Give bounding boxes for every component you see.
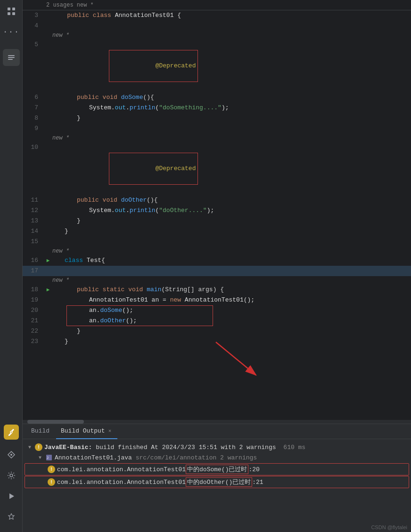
code-line-9: 9 [23,123,411,134]
build-warn-row-2[interactable]: ! com.lei.annotation.AnnotationTest01中的d… [25,476,409,488]
expand-icon-file[interactable]: ▼ [37,454,43,461]
code-line-15: 15 [23,237,411,247]
code-line-8: 8 } [23,113,411,123]
bottom-tabs: Build Build Output × [23,424,411,439]
svg-rect-5 [8,57,15,58]
build-warn-text: 2 warnings [220,454,257,461]
sidebar: ··· [0,0,23,532]
build-filename: AnnotationTest01.java [55,454,132,461]
code-line-6: 6 public void doSome(){ [23,92,411,103]
hscroll-thumb[interactable] [27,420,84,424]
svg-point-7 [10,431,12,433]
warn-1-line: :20 [248,466,259,473]
java-file-icon: J [45,454,53,461]
code-line-13: 13 } [23,216,411,226]
build-main-row[interactable]: ▼ ! JavaEE-Basic: build finished At 2024… [23,442,411,452]
scroll-icon[interactable] [3,49,20,66]
new-label-5: new * [23,31,411,40]
gear-icon[interactable] [4,468,19,483]
tool-icon[interactable] [4,425,19,440]
tab-build-output[interactable]: Build Output × [56,424,117,439]
build-warn-row-1[interactable]: ! com.lei.annotation.AnnotationTest01中的d… [25,463,409,475]
new-label-16: new * [23,247,411,255]
bottom-panel: Build Build Output × ▼ ! JavaEE-Basic: b… [23,424,411,532]
code-line-20: 20 an.doSome(); [23,305,411,316]
diamond-icon[interactable] [4,447,19,462]
code-line-16: 16 ▶ class Test{ [23,255,411,266]
svg-point-8 [10,454,12,456]
svg-line-12 [216,342,256,375]
tab-build[interactable]: Build [26,424,54,439]
code-line-5: 5 @Deprecated [23,40,411,92]
svg-rect-0 [8,8,10,10]
main-area: 2 usages new * 3 public class Annotation… [23,0,411,532]
code-line-22: 22 } [23,326,411,336]
code-line-12: 12 System.out.println("doOther...."); [23,205,411,216]
dots-icon[interactable]: ··· [4,25,19,40]
code-line-11: 11 public void doOther(){ [23,195,411,205]
build-duration: 610 ms [283,444,305,451]
code-line-17: 17 [23,266,411,276]
usage-text: 2 usages new * [46,2,94,8]
svg-marker-10 [9,493,14,499]
code-line-3: 3 public class AnnotationTest01 { [23,10,411,21]
svg-rect-1 [12,8,15,10]
warn-1-text: com.lei.annotation.AnnotationTest01 [57,466,186,473]
svg-rect-2 [8,12,10,15]
code-line-14: 14 } [23,226,411,237]
build-file-row[interactable]: ▼ J AnnotationTest01.java src/com/lei/an… [23,452,411,463]
code-line-18: 18 ▶ public static void main(String[] ar… [23,285,411,295]
code-line-19: 19 AnnotationTest01 an = new AnnotationT… [23,295,411,305]
pin-icon[interactable] [4,509,19,524]
new-label-10: new * [23,134,411,142]
build-output-content: ▼ ! JavaEE-Basic: build finished At 2024… [23,439,411,532]
code-line-4: 4 [23,21,411,31]
svg-rect-3 [12,12,15,15]
svg-text:J: J [47,456,49,460]
code-line-21: 21 an.doOther(); [23,316,411,326]
svg-point-9 [10,474,13,477]
warning-icon-main: ! [35,443,42,451]
usage-info-bar: 2 usages new * [23,0,411,10]
run-bottom-icon[interactable] [4,489,19,504]
run-btn-16[interactable]: ▶ [44,255,52,266]
boxed-lines: 20 an.doSome(); 21 an.doOther(); [23,305,411,326]
code-line-10: 10 @Deprecated [23,142,411,195]
run-btn-18[interactable]: ▶ [44,285,52,295]
code-lines: 3 public class AnnotationTest01 { 4 new … [23,10,411,347]
warning-icon-2: ! [48,478,55,486]
svg-rect-6 [8,59,13,60]
apps-icon[interactable] [4,4,19,19]
svg-rect-4 [8,55,15,56]
tab-close-btn[interactable]: × [107,428,113,434]
horizontal-scrollbar[interactable] [23,420,411,424]
warn-2-suffix: 中的doOther()已过时 [187,479,251,486]
expand-icon-main[interactable]: ▼ [26,444,33,450]
warn-2-text: com.lei.annotation.AnnotationTest01 [57,479,186,486]
watermark: CSDN @flytalei [371,524,407,530]
warn-1-suffix: 中的doSome()已过时 [187,466,247,473]
warning-icon-1: ! [48,466,55,473]
build-middle-text: build finished [96,444,151,451]
build-filepath-text: src/com/lei/annotation [136,454,217,461]
new-label-18: new * [23,276,411,285]
build-time-label: At 2024/3/23 15:51 with 2 warnings [151,444,276,451]
build-project-name: JavaEE-Basic: [44,444,92,451]
warn-2-line: :21 [252,479,263,486]
code-line-7: 7 System.out.println("doSomething...."); [23,103,411,113]
code-line-23: 23 } [23,336,411,347]
code-editor[interactable]: 3 public class AnnotationTest01 { 4 new … [23,10,411,420]
